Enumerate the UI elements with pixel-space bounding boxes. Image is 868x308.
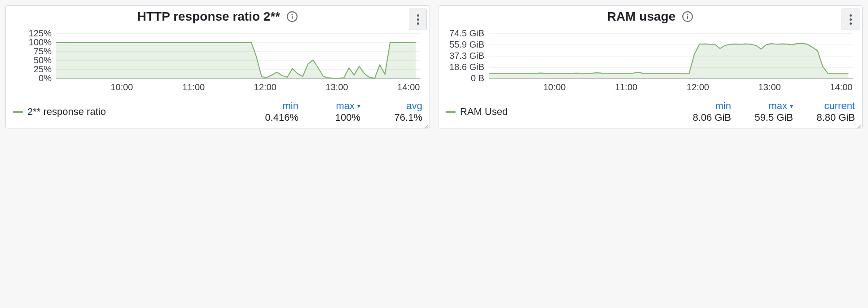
svg-text:75%: 75% bbox=[34, 46, 52, 56]
stat-val: 76.1% bbox=[382, 112, 422, 123]
legend-label[interactable]: 2** response ratio bbox=[27, 106, 106, 118]
stat-min[interactable]: min 0.416% bbox=[258, 100, 298, 123]
stat-val: 8.06 GiB bbox=[691, 112, 731, 123]
chevron-down-icon: ▾ bbox=[790, 102, 793, 110]
panel-menu-button[interactable] bbox=[409, 9, 427, 30]
svg-text:74.5 GiB: 74.5 GiB bbox=[449, 29, 484, 38]
stat-hdr-label: current bbox=[824, 100, 855, 112]
svg-text:11:00: 11:00 bbox=[615, 82, 637, 92]
stat-max[interactable]: max▾ 100% bbox=[320, 100, 360, 123]
resize-handle[interactable] bbox=[857, 123, 861, 127]
legend-marker bbox=[13, 111, 23, 113]
stat-hdr-label: avg bbox=[407, 100, 422, 112]
legend-row: 2** response ratio min 0.416% max▾ 100% … bbox=[6, 97, 430, 128]
stat-min[interactable]: min 8.06 GiB bbox=[691, 100, 731, 123]
stat-val: 59.5 GiB bbox=[753, 112, 793, 123]
stat-max[interactable]: max▾ 59.5 GiB bbox=[753, 100, 793, 123]
svg-text:25%: 25% bbox=[34, 64, 52, 74]
svg-rect-2 bbox=[292, 16, 293, 19]
svg-text:100%: 100% bbox=[29, 37, 52, 47]
svg-text:14:00: 14:00 bbox=[830, 82, 852, 92]
svg-text:12:00: 12:00 bbox=[687, 82, 709, 92]
stat-current[interactable]: current 8.80 GiB bbox=[815, 100, 855, 123]
legend-marker bbox=[446, 111, 456, 113]
svg-rect-22 bbox=[687, 16, 688, 19]
svg-point-21 bbox=[687, 14, 688, 15]
svg-text:13:00: 13:00 bbox=[326, 82, 348, 92]
stat-val: 8.80 GiB bbox=[815, 112, 855, 123]
svg-text:11:00: 11:00 bbox=[182, 82, 205, 92]
stat-hdr-label: min bbox=[715, 100, 731, 112]
svg-text:0%: 0% bbox=[39, 73, 52, 83]
legend-stats: min 8.06 GiB max▾ 59.5 GiB current 8.80 … bbox=[691, 100, 855, 123]
panel-http-response-ratio: HTTP response ratio 2** 0%25%50%75%100%1… bbox=[5, 5, 430, 128]
info-icon[interactable] bbox=[286, 11, 298, 22]
stat-val: 0.416% bbox=[258, 112, 298, 123]
panel-menu-button[interactable] bbox=[842, 9, 859, 30]
svg-text:0 B: 0 B bbox=[471, 73, 484, 83]
legend-stats: min 0.416% max▾ 100% avg 76.1% bbox=[258, 100, 422, 123]
svg-text:37.3 GiB: 37.3 GiB bbox=[449, 51, 484, 61]
svg-text:55.9 GiB: 55.9 GiB bbox=[449, 40, 484, 49]
svg-text:14:00: 14:00 bbox=[397, 82, 420, 92]
svg-text:12:00: 12:00 bbox=[254, 82, 276, 92]
legend-label[interactable]: RAM Used bbox=[460, 106, 508, 118]
panel-header: HTTP response ratio 2** bbox=[6, 6, 430, 27]
panel-ram-usage: RAM usage 0 B18.6 GiB37.3 GiB55.9 GiB74.… bbox=[438, 5, 863, 128]
svg-text:18.6 GiB: 18.6 GiB bbox=[449, 62, 484, 72]
stat-val: 100% bbox=[320, 112, 360, 123]
chevron-down-icon: ▾ bbox=[357, 102, 360, 110]
resize-handle[interactable] bbox=[424, 123, 429, 127]
svg-text:10:00: 10:00 bbox=[110, 82, 133, 92]
svg-text:13:00: 13:00 bbox=[758, 82, 781, 92]
panel-header: RAM usage bbox=[438, 6, 862, 27]
chart-area[interactable]: 0 B18.6 GiB37.3 GiB55.9 GiB74.5 GiB10:00… bbox=[438, 27, 862, 97]
svg-point-1 bbox=[292, 14, 293, 15]
svg-text:125%: 125% bbox=[29, 29, 52, 38]
stat-hdr-label: min bbox=[283, 100, 298, 112]
panel-title: RAM usage bbox=[607, 9, 675, 24]
stat-avg[interactable]: avg 76.1% bbox=[382, 100, 422, 123]
legend-row: RAM Used min 8.06 GiB max▾ 59.5 GiB curr… bbox=[438, 97, 862, 128]
svg-text:50%: 50% bbox=[34, 55, 52, 65]
panel-title: HTTP response ratio 2** bbox=[137, 9, 280, 24]
stat-hdr-label: max bbox=[336, 100, 355, 112]
svg-text:10:00: 10:00 bbox=[543, 82, 566, 92]
stat-hdr-label: max bbox=[768, 100, 787, 112]
info-icon[interactable] bbox=[682, 11, 693, 22]
chart-area[interactable]: 0%25%50%75%100%125%10:0011:0012:0013:001… bbox=[6, 27, 430, 97]
